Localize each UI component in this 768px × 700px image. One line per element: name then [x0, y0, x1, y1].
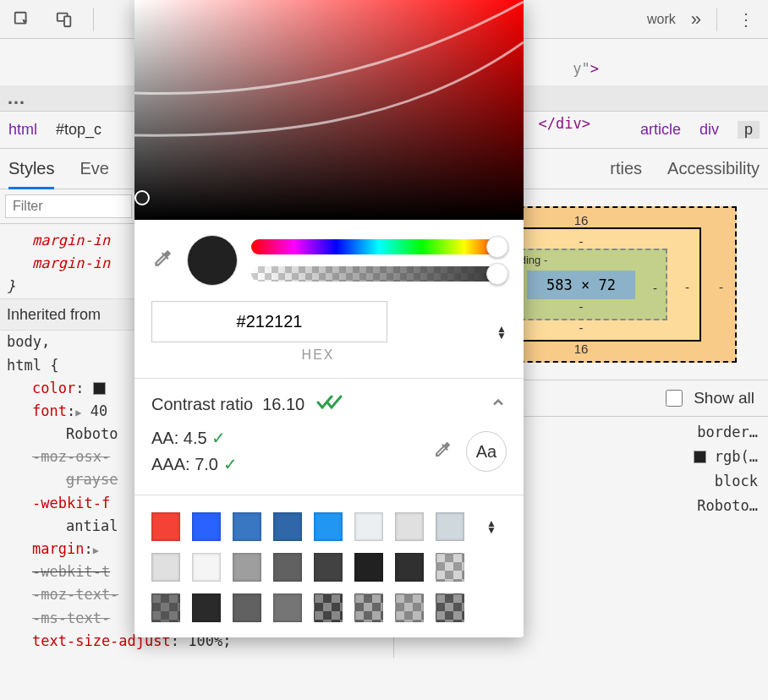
contrast-aa: AA: 4.5 ✓: [151, 425, 238, 451]
palette-swatch[interactable]: [436, 593, 464, 622]
eyedropper-icon[interactable]: [151, 248, 173, 273]
crumb-div[interactable]: div: [699, 121, 719, 139]
selector-body[interactable]: body,: [7, 333, 50, 350]
panel-tabs-overflow[interactable]: »: [691, 8, 701, 30]
computed-value: Roboto…: [697, 494, 758, 518]
palette-swatch[interactable]: [151, 512, 180, 541]
tab-styles[interactable]: Styles: [8, 159, 54, 189]
dom-div-close[interactable]: </div>: [539, 115, 590, 132]
computed-value: rgb(…: [694, 445, 758, 469]
kebab-menu-icon[interactable]: ⋮: [732, 6, 760, 33]
panel-tab-network[interactable]: work: [647, 12, 676, 27]
show-all-label: Show all: [694, 389, 754, 407]
current-color-swatch: [187, 235, 238, 286]
show-all-checkbox[interactable]: [666, 390, 683, 407]
palette-swatch[interactable]: [395, 593, 424, 622]
tab-properties[interactable]: rties: [610, 159, 642, 178]
text-sample-badge: Aa: [466, 431, 507, 472]
val-antialiased: antial: [66, 517, 118, 534]
contrast-ratio-value: 16.10: [262, 395, 304, 413]
inspect-element-icon[interactable]: [8, 6, 36, 33]
styles-filter-input[interactable]: [5, 194, 132, 218]
prop-color[interactable]: color: [32, 380, 75, 396]
boxmodel-content[interactable]: 583 × 72: [527, 271, 635, 299]
palette-swatch[interactable]: [314, 512, 343, 541]
color-picker-popover: HEX ▲▼ Contrast ratio 16.10 AA: 4.5 ✓ AA…: [134, 0, 524, 637]
prop-webkit-font-smoothing[interactable]: -webkit-f: [32, 495, 110, 511]
device-toggle-icon[interactable]: [51, 6, 78, 33]
palette-swatch[interactable]: [192, 512, 221, 541]
palette-swatch[interactable]: [151, 593, 180, 622]
dom-body-attr[interactable]: y">: [573, 60, 599, 77]
palette-switcher[interactable]: ▲▼: [486, 520, 496, 533]
palette-swatch[interactable]: [395, 553, 424, 582]
padding-bottom-value: -: [527, 299, 635, 314]
hue-handle[interactable]: [486, 236, 508, 258]
contrast-ratio-label: Contrast ratio 16.10: [151, 395, 304, 414]
alpha-handle[interactable]: [486, 263, 508, 285]
double-check-icon: [316, 394, 345, 415]
palette-swatch[interactable]: [192, 553, 221, 582]
tab-events[interactable]: Eve: [80, 159, 108, 178]
palette-swatch[interactable]: [151, 553, 180, 582]
palette-swatch[interactable]: [354, 512, 383, 541]
background-eyedropper-icon[interactable]: [432, 440, 453, 464]
palette-swatch[interactable]: [233, 512, 261, 541]
palette-swatch[interactable]: [192, 593, 221, 622]
crumb-current-p[interactable]: p: [738, 121, 760, 139]
hue-slider[interactable]: [251, 239, 507, 254]
computed-value: block: [715, 469, 758, 494]
palette-swatch[interactable]: [395, 512, 424, 541]
palette-swatch[interactable]: [273, 593, 302, 622]
crumb-article[interactable]: article: [640, 121, 681, 139]
computed-value: border…: [697, 420, 758, 445]
prop-webkit-text[interactable]: -webkit-t: [32, 563, 110, 580]
prop-font[interactable]: font: [32, 402, 67, 419]
palette-swatch[interactable]: [354, 553, 383, 582]
palette-swatch[interactable]: [436, 553, 464, 582]
font-value: Roboto: [66, 425, 118, 442]
prop-margin-inline-2[interactable]: margin-in: [32, 254, 110, 271]
prop-margin-inline-1[interactable]: margin-in: [32, 232, 110, 249]
palette-swatch[interactable]: [436, 512, 464, 541]
palette-swatch[interactable]: [354, 593, 383, 622]
palette-swatch[interactable]: [273, 512, 302, 541]
alpha-slider[interactable]: [251, 266, 507, 282]
crumb-top[interactable]: #top_c: [56, 121, 101, 139]
svg-rect-2: [64, 16, 70, 26]
margin-right-value: -: [719, 280, 723, 294]
color-swatch[interactable]: [93, 382, 106, 395]
palette-swatch[interactable]: [273, 553, 302, 582]
palette-swatch[interactable]: [233, 593, 261, 622]
collapse-contrast-icon[interactable]: [490, 394, 507, 415]
contrast-aaa: AAA: 7.0 ✓: [151, 451, 238, 478]
hex-input[interactable]: [151, 301, 387, 342]
prop-margin[interactable]: margin: [32, 540, 84, 557]
padding-right-value: -: [653, 281, 657, 295]
border-right-value: -: [685, 280, 689, 294]
expand-triangle-icon[interactable]: ▶: [75, 407, 81, 418]
palette-swatch[interactable]: [314, 593, 343, 622]
saturation-value-area[interactable]: [134, 0, 524, 220]
color-format-switcher[interactable]: ▲▼: [496, 325, 507, 339]
palette-swatch[interactable]: [314, 553, 343, 582]
expand-triangle-icon[interactable]: ▶: [93, 544, 99, 556]
color-format-label: HEX: [151, 347, 485, 363]
color-palette: ▲▼: [134, 500, 524, 637]
tab-accessibility[interactable]: Accessibility: [667, 159, 760, 178]
crumb-html[interactable]: html: [8, 121, 37, 139]
sv-handle[interactable]: [134, 190, 150, 205]
palette-swatch[interactable]: [233, 553, 261, 582]
